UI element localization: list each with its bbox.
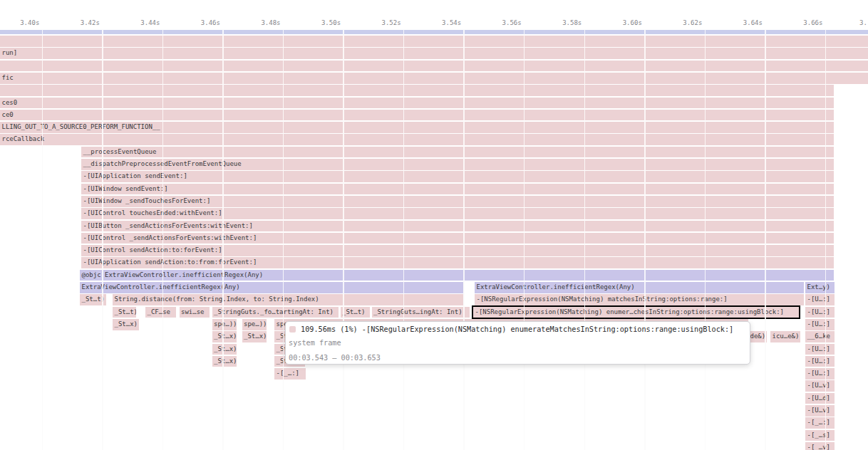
frame[interactable]: -[U…:] — [805, 319, 835, 330]
frame[interactable]: @objc ExtraViewController.inefficientReg… — [80, 270, 834, 281]
frame[interactable]: -[UIApplication sendAction:to:from:forEv… — [81, 257, 834, 268]
frame[interactable]: __dispatchPreprocessedEventFromEventQueu… — [81, 159, 834, 170]
frame[interactable] — [0, 85, 834, 96]
frame[interactable]: -[UIWindow sendEvent:] — [81, 184, 834, 195]
frame[interactable]: _CF…se — [145, 307, 176, 318]
frame[interactable]: swi…se — [180, 307, 210, 318]
flame-rows: run]ficces0ce0LLING_OUT_TO_A_SOURCE0_PER… — [0, 0, 868, 450]
frame[interactable] — [0, 61, 868, 72]
frame[interactable]: ExtraViewController.inefficientRegex(Any… — [475, 282, 804, 293]
tooltip-time-range: 00:03.543 — 00:03.653 — [289, 354, 381, 362]
frame[interactable]: _St…x) — [212, 356, 237, 367]
frame[interactable]: -[UIButton _sendActionsForEvents:withEve… — [81, 221, 834, 232]
frame[interactable]: -[U…:] — [805, 356, 835, 367]
frame[interactable]: -[_…s] — [805, 430, 835, 441]
frame[interactable]: String.distance(from: String.Index, to: … — [113, 294, 463, 305]
frame[interactable]: spe…)) — [212, 319, 237, 330]
tooltip-subtitle: system frame — [289, 339, 341, 347]
frame[interactable]: _St…x) — [212, 344, 237, 355]
tooltip-title: 109.56ms (1%) -[NSRegularExpression(NSMa… — [301, 325, 733, 333]
frame[interactable]: -[U…:] — [805, 307, 835, 318]
frame[interactable]: -[U…v] — [805, 380, 835, 392]
frame[interactable]: _St…t) — [80, 294, 106, 305]
frame[interactable]: _StringGuts…ingAt: Int) — [372, 307, 470, 318]
frame[interactable]: -[_…v] — [805, 442, 835, 450]
frame[interactable]: ces0 — [0, 98, 834, 109]
frame[interactable]: -[_…:] — [274, 368, 306, 380]
frame-tooltip: 109.56ms (1%) -[NSRegularExpression(NSMa… — [285, 321, 750, 365]
frame[interactable]: ce0 — [0, 110, 834, 121]
frame[interactable]: _St…x) — [212, 331, 237, 342]
frame[interactable]: _St…x) — [242, 331, 267, 342]
frame[interactable]: -[NSRegularExpression(NSMatching) matche… — [475, 294, 804, 305]
frame[interactable]: -[U…:] — [805, 344, 835, 355]
frame[interactable]: -[U…v] — [805, 405, 835, 417]
frame[interactable]: __processEventQueue — [81, 147, 834, 158]
frame[interactable]: rceCallback — [0, 134, 834, 145]
frame[interactable]: -[_…:] — [805, 417, 835, 429]
frame[interactable]: _St…t) — [113, 307, 136, 318]
frame[interactable] — [0, 36, 868, 47]
frame[interactable]: spe…)) — [242, 319, 267, 330]
frame[interactable]: de&) — [748, 331, 767, 342]
frame[interactable]: Ext…y) — [805, 282, 835, 293]
frame-color-swatch — [289, 326, 296, 333]
frame[interactable]: LLING_OUT_TO_A_SOURCE0_PERFORM_FUNCTION_… — [0, 122, 834, 133]
frame[interactable]: -[UIWindow _sendTouchesForEvent:] — [81, 196, 834, 207]
frame[interactable]: -[UIControl touchesEnded:withEvent:] — [81, 208, 834, 219]
frame[interactable]: _St…t) — [341, 307, 370, 318]
frame[interactable]: __6…ke — [805, 331, 835, 342]
frame[interactable]: fic — [0, 73, 868, 84]
frame[interactable]: icu…e&) — [770, 331, 800, 342]
frame[interactable]: -[U…d] — [805, 393, 835, 404]
tooltip-title-line: 109.56ms (1%) -[NSRegularExpression(NSMa… — [289, 323, 733, 335]
frame[interactable]: run] — [0, 48, 868, 59]
frame[interactable]: -[UIControl _sendActionsForEvents:withEv… — [81, 233, 834, 244]
frame-highlighted[interactable]: -[NSRegularExpression(NSMatching) enumer… — [472, 305, 800, 318]
frame[interactable]: -[UIApplication sendEvent:] — [81, 171, 834, 182]
frame[interactable]: -[U…:] — [805, 368, 835, 380]
frame[interactable]: _StringGuts._fo…tartingAt: Int) — [212, 307, 339, 318]
frame[interactable]: -[UIControl sendAction:to:forEvent:] — [81, 245, 834, 256]
flame-graph-view: 3.40s3.42s3.44s3.46s3.48s3.50s3.52s3.54s… — [0, 0, 868, 450]
frame[interactable]: -[U…:] — [805, 294, 835, 305]
frame[interactable]: _St…x) — [113, 319, 139, 330]
frame[interactable]: ExtraViewController.inefficientRegex(Any… — [80, 282, 463, 293]
